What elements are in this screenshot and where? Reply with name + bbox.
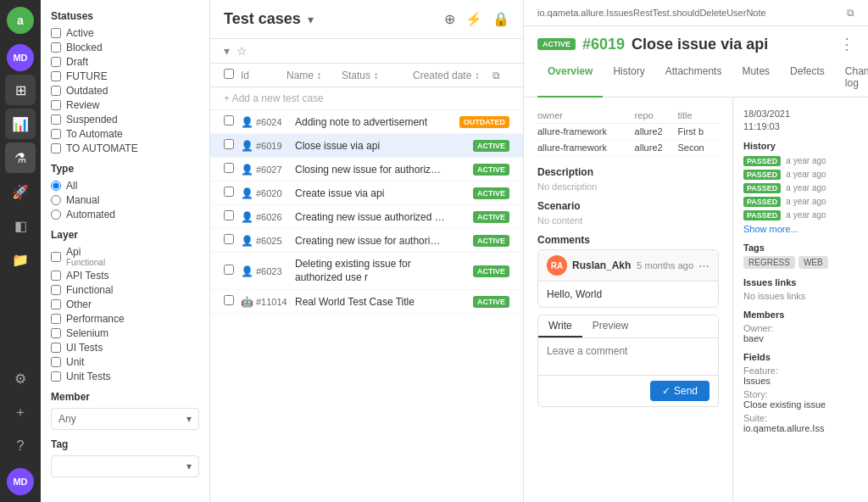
nav-icon-question[interactable]: ? — [5, 431, 36, 461]
status-review[interactable]: Review — [51, 99, 199, 111]
table-row[interactable]: 👤 #6019 Close issue via api ACTIVE — [210, 134, 523, 158]
filter-sidebar: Statuses Active Blocked Draft FUTURE Out… — [41, 0, 210, 502]
history-item: PASSEDa year ago — [743, 197, 858, 207]
layer-unit[interactable]: Unit — [51, 356, 199, 368]
checkmark-icon: ✓ — [662, 385, 670, 397]
send-button[interactable]: ✓ Send — [650, 381, 709, 401]
members-label: Members — [743, 310, 858, 320]
table-row[interactable]: 👤 #6024 Adding note to advertisement OUT… — [210, 110, 523, 134]
layer-selenium[interactable]: Selenium — [51, 327, 199, 339]
tag-regress[interactable]: REGRESS — [743, 256, 795, 269]
row-checkbox[interactable] — [224, 295, 234, 305]
nav-icon-folder[interactable]: 📁 — [5, 244, 36, 275]
add-test-case-row[interactable]: + Add a new test case — [210, 87, 523, 110]
collapse-icon[interactable]: ▾ — [224, 44, 230, 58]
row-checkbox[interactable] — [224, 139, 234, 149]
nav-icon-plus[interactable]: ＋ — [5, 397, 36, 427]
layer-functional[interactable]: Functional — [51, 284, 199, 296]
tag-web[interactable]: WEB — [798, 256, 828, 269]
tag-select[interactable]: ▾ — [51, 455, 199, 477]
status-to-automate-caps[interactable]: TO AUTOMATE — [51, 142, 199, 154]
add-icon[interactable]: ⊕ — [444, 11, 455, 27]
copy-icon[interactable]: ⧉ — [492, 70, 509, 81]
issues-links-label: Issues links — [743, 277, 858, 287]
comment-input[interactable] — [538, 338, 718, 372]
nav-icon-layers[interactable]: ◧ — [5, 210, 36, 241]
tab-mutes[interactable]: Mutes — [732, 59, 780, 98]
type-label: Type — [51, 163, 199, 175]
nav-icon-gear[interactable]: ⚙ — [5, 363, 36, 393]
table-row[interactable]: 👤 #6026 Creating new issue authorized us… — [210, 205, 523, 229]
layer-api-tests[interactable]: API Tests — [51, 270, 199, 282]
fields-label: Fields — [743, 352, 858, 362]
select-all-checkbox[interactable] — [224, 69, 234, 79]
row-checkbox[interactable] — [224, 265, 234, 275]
layer-unit-tests[interactable]: Unit Tests — [51, 371, 199, 382]
description-value: No description — [537, 181, 719, 192]
layer-ui-tests[interactable]: UI Tests — [51, 342, 199, 354]
member-select[interactable]: Any ▾ — [51, 408, 199, 430]
lock-icon[interactable]: 🔒 — [492, 11, 509, 27]
tab-changelog[interactable]: Change log — [835, 59, 868, 98]
col-repo: repo — [635, 108, 678, 124]
layer-api[interactable]: Api Functional — [51, 246, 199, 267]
status-draft[interactable]: Draft — [51, 56, 199, 68]
status-suspended[interactable]: Suspended — [51, 114, 199, 126]
row-checkbox[interactable] — [224, 234, 234, 244]
layer-performance[interactable]: Performance — [51, 313, 199, 325]
row-checkbox[interactable] — [224, 187, 234, 197]
table-row[interactable]: 🤖 #11014 Real World Test Case Title ACTI… — [210, 290, 523, 314]
row-checkbox[interactable] — [224, 210, 234, 220]
user-icon: 👤 — [241, 211, 253, 223]
history-item: PASSEDa year ago — [743, 183, 858, 193]
comment-menu-icon[interactable]: ⋯ — [698, 259, 709, 272]
row-checkbox[interactable] — [224, 115, 234, 126]
chevron-down-icon[interactable]: ▾ — [308, 13, 314, 26]
row-id: #6024 — [256, 117, 292, 127]
detail-header: io.qameta.allure.IssuesRestTest.shouldDe… — [524, 0, 868, 26]
status-future[interactable]: FUTURE — [51, 70, 199, 82]
row-name: Close issue via api — [295, 140, 445, 152]
tags-section: Tags REGRESS WEB — [743, 243, 858, 269]
type-manual[interactable]: Manual — [51, 194, 199, 206]
table-row[interactable]: 👤 #6025 Creating new issue for authorize… — [210, 229, 523, 253]
timestamp: 18/03/2021 11:19:03 — [743, 108, 858, 134]
row-id: #11014 — [256, 297, 292, 307]
table-row[interactable]: 👤 #6023 Deleting existing issue for auth… — [210, 253, 523, 290]
filter-icon[interactable]: ⚡ — [465, 11, 482, 27]
status-blocked[interactable]: Blocked — [51, 42, 199, 53]
comment-avatar: RA — [547, 255, 567, 276]
tag-label: Tag — [51, 438, 199, 450]
copy-icon[interactable]: ⧉ — [847, 7, 854, 19]
show-more-link[interactable]: Show more... — [743, 224, 858, 234]
tab-overview[interactable]: Overview — [537, 59, 603, 98]
toolbar-row: ▾ ☆ — [210, 39, 523, 64]
nav-user-avatar[interactable]: MD — [7, 468, 34, 495]
status-to-automate[interactable]: To Automate — [51, 128, 199, 140]
layer-other[interactable]: Other — [51, 298, 199, 310]
type-all[interactable]: All — [51, 180, 199, 192]
tab-preview[interactable]: Preview — [582, 315, 639, 337]
tab-history[interactable]: History — [603, 59, 654, 98]
table-row[interactable]: 👤 #6027 Closing new issue for authorized… — [210, 158, 523, 181]
type-automated[interactable]: Automated — [51, 209, 199, 220]
tab-write[interactable]: Write — [538, 315, 582, 337]
nav-logo[interactable]: a — [7, 7, 34, 34]
panel-title: Test cases — [224, 10, 301, 28]
row-id: #6023 — [256, 266, 292, 276]
table-row[interactable]: 👤 #6020 Create issue via api ACTIVE — [210, 181, 523, 205]
nav-icon-rocket[interactable]: 🚀 — [5, 176, 36, 207]
tab-attachments[interactable]: Attachments — [655, 59, 732, 98]
nav-avatar[interactable]: MD — [7, 44, 34, 71]
tab-defects[interactable]: Defects — [780, 59, 835, 98]
status-outdated[interactable]: Outdated — [51, 85, 199, 97]
nav-icon-chart[interactable]: 📊 — [5, 109, 36, 139]
comments-label: Comments — [537, 234, 719, 246]
table-header: Id Name ↕ Status ↕ Created date ↕ ⧉ — [210, 64, 523, 87]
status-active[interactable]: Active — [51, 27, 199, 39]
star-icon[interactable]: ☆ — [236, 44, 248, 58]
nav-icon-flask[interactable]: ⚗ — [5, 142, 36, 173]
more-menu-icon[interactable]: ⋮ — [839, 35, 854, 53]
nav-icon-grid[interactable]: ⊞ — [5, 75, 36, 105]
row-checkbox[interactable] — [224, 163, 234, 173]
